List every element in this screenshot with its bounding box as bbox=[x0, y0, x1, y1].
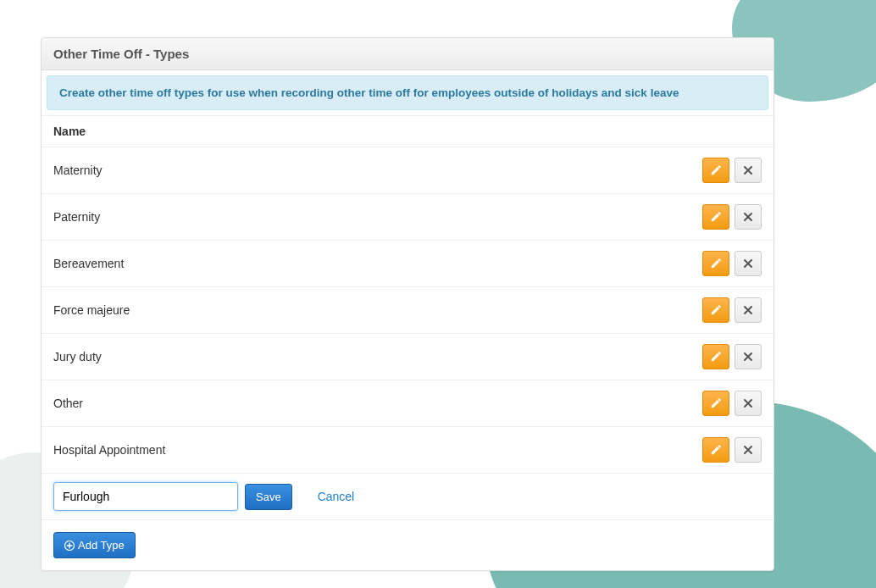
pencil-icon bbox=[710, 444, 722, 456]
cancel-link[interactable]: Cancel bbox=[318, 490, 355, 503]
type-name-cell: Bereavement bbox=[42, 241, 689, 287]
close-icon bbox=[743, 212, 753, 222]
actions-cell bbox=[689, 287, 773, 334]
panel-footer: Add Type bbox=[42, 519, 773, 570]
pencil-icon bbox=[710, 164, 722, 176]
actions-cell bbox=[689, 427, 773, 474]
pencil-icon bbox=[710, 397, 722, 409]
delete-button[interactable] bbox=[735, 158, 762, 183]
close-icon bbox=[743, 398, 753, 408]
close-icon bbox=[743, 305, 753, 315]
type-name-input[interactable] bbox=[53, 482, 238, 511]
actions-cell bbox=[689, 241, 773, 287]
save-button[interactable]: Save bbox=[245, 484, 292, 510]
delete-button[interactable] bbox=[735, 391, 762, 416]
plus-circle-icon bbox=[64, 541, 75, 551]
pencil-icon bbox=[710, 258, 722, 269]
type-name-cell: Force majeure bbox=[42, 287, 689, 334]
table-row: Maternity bbox=[42, 147, 773, 194]
edit-button[interactable] bbox=[702, 437, 729, 463]
table-row: Force majeure bbox=[42, 287, 773, 334]
pencil-icon bbox=[710, 211, 722, 223]
column-header-name: Name bbox=[42, 116, 689, 147]
type-name-cell: Paternity bbox=[42, 194, 689, 241]
edit-button[interactable] bbox=[702, 391, 729, 416]
edit-button[interactable] bbox=[702, 297, 729, 323]
types-table: Name MaternityPaternityBereavementForce … bbox=[42, 115, 773, 473]
delete-button[interactable] bbox=[735, 437, 762, 463]
table-row: Hospital Appointment bbox=[42, 427, 773, 474]
actions-cell bbox=[689, 194, 773, 241]
type-name-cell: Other bbox=[42, 380, 689, 427]
type-name-cell: Hospital Appointment bbox=[42, 427, 689, 474]
info-message: Create other time off types for use when… bbox=[47, 75, 768, 110]
pencil-icon bbox=[710, 304, 722, 316]
add-type-label: Add Type bbox=[78, 539, 125, 552]
delete-button[interactable] bbox=[735, 204, 762, 230]
edit-button[interactable] bbox=[702, 158, 729, 183]
close-icon bbox=[743, 445, 753, 455]
close-icon bbox=[743, 258, 753, 269]
panel-title: Other Time Off - Types bbox=[42, 38, 773, 70]
new-type-form: Save Cancel bbox=[42, 473, 773, 519]
close-icon bbox=[743, 165, 753, 175]
delete-button[interactable] bbox=[735, 297, 762, 323]
pencil-icon bbox=[710, 351, 722, 363]
type-name-cell: Jury duty bbox=[42, 334, 689, 380]
delete-button[interactable] bbox=[735, 251, 762, 276]
close-icon bbox=[743, 352, 753, 362]
table-row: Jury duty bbox=[42, 334, 773, 380]
column-header-actions bbox=[689, 116, 773, 147]
edit-button[interactable] bbox=[702, 344, 729, 369]
edit-button[interactable] bbox=[702, 204, 729, 230]
actions-cell bbox=[689, 147, 773, 194]
actions-cell bbox=[689, 334, 773, 380]
table-row: Other bbox=[42, 380, 773, 427]
type-name-cell: Maternity bbox=[42, 147, 689, 194]
delete-button[interactable] bbox=[735, 344, 762, 369]
table-row: Paternity bbox=[42, 194, 773, 241]
table-row: Bereavement bbox=[42, 241, 773, 287]
time-off-types-panel: Other Time Off - Types Create other time… bbox=[41, 37, 774, 571]
edit-button[interactable] bbox=[702, 251, 729, 276]
actions-cell bbox=[689, 380, 773, 427]
add-type-button[interactable]: Add Type bbox=[53, 532, 136, 558]
